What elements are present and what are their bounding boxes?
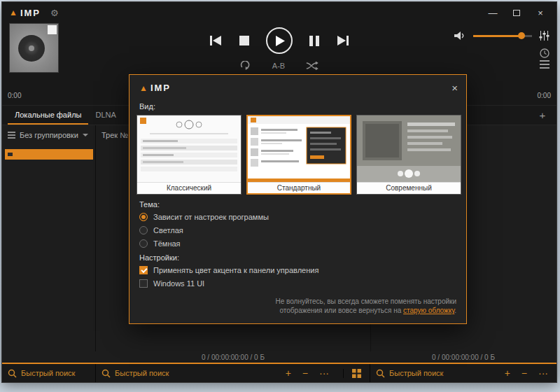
repeat-button[interactable] [240,61,251,70]
mute-button[interactable] [454,31,466,41]
pause-icon [309,36,319,46]
skin-caption: Современный [357,182,461,193]
theme-option-label: Светлая [153,226,183,234]
volume-fill [473,35,520,37]
play-icon [276,36,285,46]
legacy-skin-link[interactable]: старую обложку [403,307,454,314]
add-tracks-button[interactable]: + [505,368,510,378]
vinyl-icon [18,35,45,62]
maximize-icon [513,10,520,16]
skin-option-modern[interactable]: Современный [356,115,461,195]
next-button[interactable] [336,35,350,46]
previous-button[interactable] [209,35,223,46]
play-button[interactable] [266,27,293,54]
app-logo: ▲ IMP [9,8,41,18]
title-bar: ▲ IMP ⚙ — × [2,2,556,23]
next-icon [336,35,350,46]
bottom-toolbar: Быстрый поиск Быстрый поиск + − ··· Быст… [2,363,556,382]
theme-option-light[interactable]: Светлая [139,226,183,234]
album-art-corner [48,25,57,34]
window-buttons: — × [481,4,552,21]
transport-controls [209,27,350,54]
skin-preview-image [357,115,461,182]
volume-controls [454,30,550,41]
toolbar-buttons: + − ··· [286,368,364,378]
remaining-time: 0:00 [538,92,551,99]
search-icon [376,369,385,378]
ab-repeat-button[interactable]: A-B [272,62,285,70]
theme-option-dark[interactable]: Тёмная [139,239,181,248]
remove-tracks-button[interactable]: − [302,368,308,378]
search-button[interactable] [8,369,17,378]
toolbar-buttons: + − ··· [505,368,551,378]
theme-option-label: Зависит от настроек программы [153,213,269,221]
toolbar-segment-tracks: Быстрый поиск + − ··· [96,364,370,382]
more-button[interactable]: ··· [538,368,548,378]
maximize-button[interactable] [505,4,528,21]
previous-icon [209,35,223,46]
search-icon [8,369,17,378]
shuffle-button[interactable] [306,62,318,70]
menu-button[interactable] [540,64,550,65]
stop-button[interactable] [239,36,249,46]
shuffle-icon [306,62,318,70]
album-art [9,23,59,73]
search-button[interactable] [376,369,385,378]
secondary-status: 0 / 00:00:00:00 / 0 Б [370,354,556,361]
note-suffix: . [454,307,456,314]
checkbox-checked-icon [139,266,148,274]
group-by-dropdown[interactable]: Без группировки [20,131,78,139]
grouping-header: Без группировки [2,125,95,145]
playback-mode-controls: A-B [240,61,318,70]
checkbox-icon [139,279,148,288]
theme-option-system[interactable]: Зависит от настроек программы [139,213,269,221]
stop-icon [239,36,249,46]
volume-slider[interactable] [473,31,532,40]
option-windows11-ui[interactable]: Windows 11 UI [139,279,204,288]
dialog-close-button[interactable]: × [451,82,458,94]
settings-label: Настройки: [139,253,466,262]
equalizer-button[interactable] [539,30,550,41]
radio-selected-icon [139,213,148,221]
dialog-header: ▲ IMP × [130,75,466,97]
remove-tracks-button[interactable]: − [522,368,527,378]
sleep-timer-button[interactable] [540,48,550,60]
volume-icon [454,31,466,41]
skin-preview-image [137,115,241,182]
column-header-track[interactable]: Трек № [102,131,128,139]
tab-dlna[interactable]: DLNA [88,106,122,125]
dialog-note: Не волнуйтесь, вы всегда сможете поменят… [246,297,456,315]
quick-search-input[interactable]: Быстрый поиск [115,369,169,377]
chevron-down-icon [83,134,88,136]
option-accent-color[interactable]: Применять цвет акцента к панели управлен… [139,266,318,274]
skin-caption: Классический [137,182,241,193]
search-button[interactable] [102,369,111,378]
quick-search-input[interactable]: Быстрый поиск [21,369,75,377]
add-playlist-button[interactable]: + [534,106,551,125]
minimize-button[interactable]: — [481,4,505,21]
gear-icon[interactable]: ⚙ [50,8,59,18]
toolbar-segment-secondary: Быстрый поиск + − ··· [370,364,556,382]
close-button[interactable]: × [528,4,552,21]
skin-dialog: ▲ IMP × Вид: [129,74,467,324]
add-tracks-button[interactable]: + [286,368,291,378]
radio-icon [139,226,148,234]
skin-option-standard[interactable]: Стандартный [246,115,351,195]
pause-button[interactable] [309,36,319,46]
grouping-panel: Без группировки [2,125,96,351]
logo-triangle-icon: ▲ [139,84,148,92]
app-logo: ▲ IMP [139,83,171,93]
view-mode-button[interactable] [343,369,361,378]
app-window: ▲ IMP ⚙ — × [1,1,557,383]
quick-search-input[interactable]: Быстрый поиск [389,369,443,377]
volume-thumb[interactable] [518,32,525,39]
tab-local-files[interactable]: Локальные файлы [8,106,88,125]
clock-icon [540,48,550,58]
group-item-selected[interactable] [5,149,93,160]
skin-caption: Стандартный [248,182,350,193]
skin-option-classic[interactable]: Классический [136,115,241,195]
radio-icon [139,239,148,248]
horizontal-scrollbar[interactable] [102,346,349,350]
more-button[interactable]: ··· [319,368,329,378]
grouping-menu-icon[interactable] [8,134,15,136]
